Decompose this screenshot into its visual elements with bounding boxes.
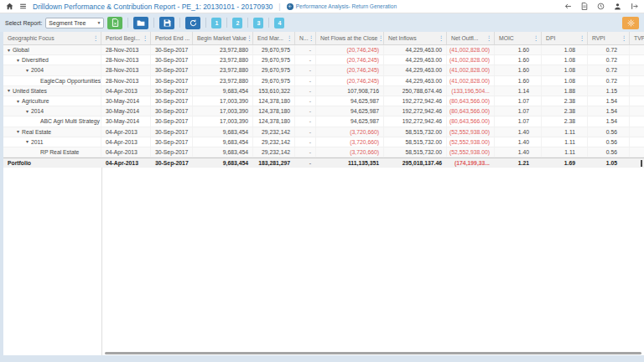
cell-value: 44,229,463.00 xyxy=(406,78,442,84)
logout-icon[interactable] xyxy=(631,3,638,10)
page-button-1[interactable]: 1 xyxy=(211,18,221,28)
horizontal-scrollbar[interactable] xyxy=(105,352,641,354)
table-row[interactable]: EagleCap Opportunities28-Nov-201330-Sep-… xyxy=(3,76,644,86)
cell-value: 1.05 xyxy=(606,160,617,166)
cell-end_mv: 124,378,180 xyxy=(253,96,295,106)
cell-dpi: 1.08 xyxy=(542,45,588,54)
column-menu-icon[interactable]: ⋮ xyxy=(621,35,628,42)
table-row[interactable]: ▾Agriculture30-May-201430-Sep-201717,003… xyxy=(3,96,644,106)
column-header-dpi[interactable]: DPI⋮ xyxy=(542,32,588,44)
column-menu-icon[interactable]: ⋮ xyxy=(533,35,540,42)
cell-end_mv: 29,670,975 xyxy=(253,55,295,65)
column-menu-icon[interactable]: ⋮ xyxy=(377,35,384,42)
cell-value: 1.60 xyxy=(518,57,529,63)
tree-collapse-icon[interactable]: ▾ xyxy=(8,48,10,53)
cell-net_inflows: 58,515,732.00 xyxy=(384,127,447,137)
tree-collapse-icon[interactable]: ▾ xyxy=(26,68,29,73)
column-header-end_mv[interactable]: End Mar...⋮ xyxy=(253,32,295,44)
column-menu-icon[interactable]: ⋮ xyxy=(287,35,293,42)
page-button-3[interactable]: 3 xyxy=(253,18,263,28)
portfolio-total-row[interactable]: Portfolio04-Apr-201330-Sep-20179,683,454… xyxy=(3,158,644,168)
toolbar-divider xyxy=(127,18,128,28)
column-label: Period End ... xyxy=(155,35,190,41)
tree-collapse-icon[interactable]: ▾ xyxy=(17,58,19,63)
column-header-period_begin[interactable]: Period Begi...⋮ xyxy=(101,32,151,44)
cell-value: - xyxy=(309,129,311,135)
cell-dpi: 2.38 xyxy=(542,106,588,116)
cell-value: 0.72 xyxy=(606,57,617,63)
home-icon[interactable] xyxy=(6,3,13,10)
column-menu-icon[interactable]: ⋮ xyxy=(143,35,149,42)
tree-collapse-icon[interactable]: ▾ xyxy=(26,109,29,114)
cell-rvpi: 0.56 xyxy=(588,137,630,147)
column-header-moic[interactable]: MOIC⋮ xyxy=(495,32,542,44)
cell-tvpi xyxy=(630,45,644,54)
table-row[interactable]: ▾Diversified28-Nov-201330-Sep-201723,972… xyxy=(3,55,644,65)
cell-value: - xyxy=(309,108,311,114)
column-header-rvpi[interactable]: RVPI⋮ xyxy=(588,32,630,44)
table-row[interactable]: ▾Global28-Nov-201330-Sep-201723,972,8802… xyxy=(3,45,644,55)
column-header-net_outflows[interactable]: Net Outfl...⋮ xyxy=(447,32,495,44)
report-select[interactable]: Segment Tree ▼ xyxy=(45,18,104,28)
refresh-button[interactable] xyxy=(185,17,200,29)
tree-collapse-icon[interactable]: ▾ xyxy=(17,99,19,104)
cell-focus: ▾Agriculture xyxy=(3,96,101,106)
settings-button[interactable] xyxy=(622,17,639,29)
cell-rvpi: 0.56 xyxy=(588,127,630,137)
column-header-n[interactable]: N...⋮ xyxy=(295,32,316,44)
cell-net_inflows: 58,515,732.00 xyxy=(384,147,447,157)
cell-dpi: 2.38 xyxy=(542,96,588,106)
column-header-period_end[interactable]: Period End ...⋮ xyxy=(151,32,193,44)
report-icon[interactable] xyxy=(581,3,588,10)
column-header-begin_mv[interactable]: Begin Market Value⋮ xyxy=(193,32,253,44)
tree-collapse-icon[interactable]: ▾ xyxy=(17,129,19,134)
column-menu-icon[interactable]: ⋮ xyxy=(439,35,445,42)
column-header-focus[interactable]: Geographic Focus⋮ xyxy=(3,32,101,44)
history-icon[interactable] xyxy=(597,3,605,10)
column-header-net_inflows[interactable]: Net Inflows⋮ xyxy=(384,32,447,44)
table-row[interactable]: ▾United States04-Apr-201330-Sep-20179,68… xyxy=(3,86,644,96)
column-menu-icon[interactable]: ⋮ xyxy=(579,35,586,42)
cell-value: 1.08 xyxy=(564,47,575,53)
cell-moic: 1.40 xyxy=(495,127,542,137)
menu-icon[interactable] xyxy=(19,3,27,10)
tree-collapse-icon[interactable]: ▾ xyxy=(8,88,10,93)
user-icon[interactable] xyxy=(614,3,621,10)
table-row[interactable]: ▾200428-Nov-201330-Sep-201723,972,88029,… xyxy=(3,65,644,75)
cell-net_outflows: (41,002,828.00) xyxy=(447,76,495,85)
back-arrow-icon[interactable] xyxy=(564,3,572,10)
cell-value: (20,746,245) xyxy=(346,67,379,73)
table-row[interactable]: ▾Real Estate04-Apr-201330-Sep-20179,683,… xyxy=(3,127,644,137)
cell-value: 44,229,463.00 xyxy=(406,57,442,63)
save-button[interactable] xyxy=(159,17,174,29)
cell-value: (3,720,660) xyxy=(350,129,379,135)
table-row[interactable]: ABC Agri Multi Strategy30-May-201430-Sep… xyxy=(3,116,644,127)
table-row[interactable]: ▾201430-May-201430-Sep-201717,003,390124… xyxy=(3,106,644,116)
export-file-button[interactable] xyxy=(107,17,122,29)
folder-button[interactable] xyxy=(133,17,148,29)
page-button-2[interactable]: 2 xyxy=(232,18,242,28)
cell-value: (52,552,938.00) xyxy=(449,149,490,155)
tree-collapse-icon[interactable]: ▾ xyxy=(26,139,29,144)
page-button-4[interactable]: 4 xyxy=(274,18,284,28)
column-header-net_flows[interactable]: Net Flows at the Close⋮ xyxy=(316,32,384,44)
context-badge[interactable]: Performance Analysis- Return Generation xyxy=(287,3,397,10)
cell-value: 30-Sep-2017 xyxy=(155,129,188,135)
cell-value: 94,625,987 xyxy=(351,108,379,114)
table-row[interactable]: ▾201104-Apr-201330-Sep-20179,683,45429,2… xyxy=(3,137,644,147)
cell-value: - xyxy=(309,98,311,104)
column-menu-icon[interactable]: ⋮ xyxy=(93,35,100,42)
chevron-down-icon: ▼ xyxy=(96,20,101,25)
cell-value: 9,683,454 xyxy=(223,129,248,135)
cell-tvpi xyxy=(630,127,644,137)
column-menu-icon[interactable]: ⋮ xyxy=(486,35,493,42)
cell-rvpi: 1.54 xyxy=(588,116,630,126)
cell-focus: ▾2014 xyxy=(3,106,101,116)
column-menu-icon[interactable]: ⋮ xyxy=(309,35,315,42)
column-header-tvpi[interactable]: TVPI⋮ xyxy=(630,32,644,44)
table-row[interactable]: RP Real Estate04-Apr-201330-Sep-20179,68… xyxy=(3,147,644,158)
column-menu-icon[interactable]: ⋮ xyxy=(247,35,253,42)
cell-period_end: 30-Sep-2017 xyxy=(151,65,193,75)
cell-net_flows: (3,720,660) xyxy=(316,147,384,157)
cell-value: 0.56 xyxy=(606,129,617,135)
